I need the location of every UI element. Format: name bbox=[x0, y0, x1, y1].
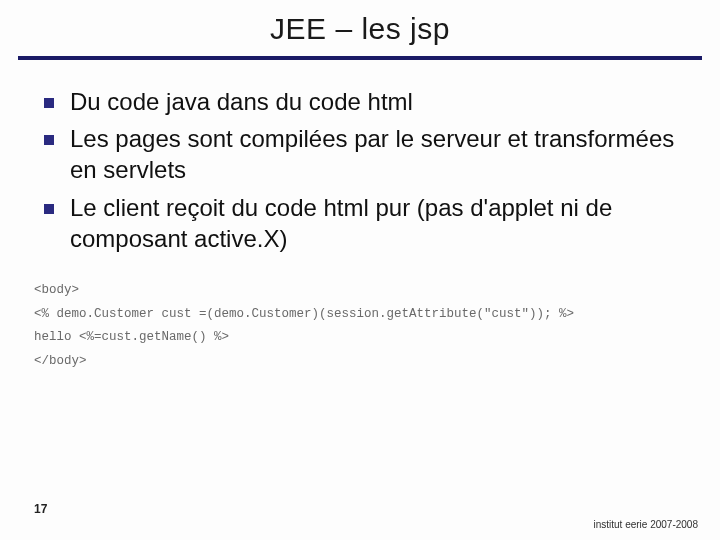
code-line: hello <%=cust.getName() %> bbox=[34, 331, 720, 345]
bullet-item: Du code java dans du code html bbox=[44, 86, 694, 117]
page-number: 17 bbox=[34, 502, 47, 516]
square-bullet-icon bbox=[44, 204, 54, 214]
bullet-text: Du code java dans du code html bbox=[70, 86, 694, 117]
code-line: <% demo.Customer cust =(demo.Customer)(s… bbox=[34, 308, 720, 322]
square-bullet-icon bbox=[44, 135, 54, 145]
square-bullet-icon bbox=[44, 98, 54, 108]
bullet-text: Les pages sont compilées par le serveur … bbox=[70, 123, 694, 185]
code-line: <body> bbox=[34, 284, 720, 298]
bullet-item: Les pages sont compilées par le serveur … bbox=[44, 123, 694, 185]
code-line: </body> bbox=[34, 355, 720, 369]
title-wrap: JEE – les jsp bbox=[0, 12, 720, 54]
slide-title: JEE – les jsp bbox=[0, 12, 720, 46]
footer-text: institut eerie 2007-2008 bbox=[593, 519, 698, 530]
bullet-text: Le client reçoit du code html pur (pas d… bbox=[70, 192, 694, 254]
bullet-item: Le client reçoit du code html pur (pas d… bbox=[44, 192, 694, 254]
bullet-list: Du code java dans du code html Les pages… bbox=[0, 60, 720, 254]
code-sample: <body> <% demo.Customer cust =(demo.Cust… bbox=[0, 260, 720, 369]
slide: JEE – les jsp Du code java dans du code … bbox=[0, 0, 720, 540]
